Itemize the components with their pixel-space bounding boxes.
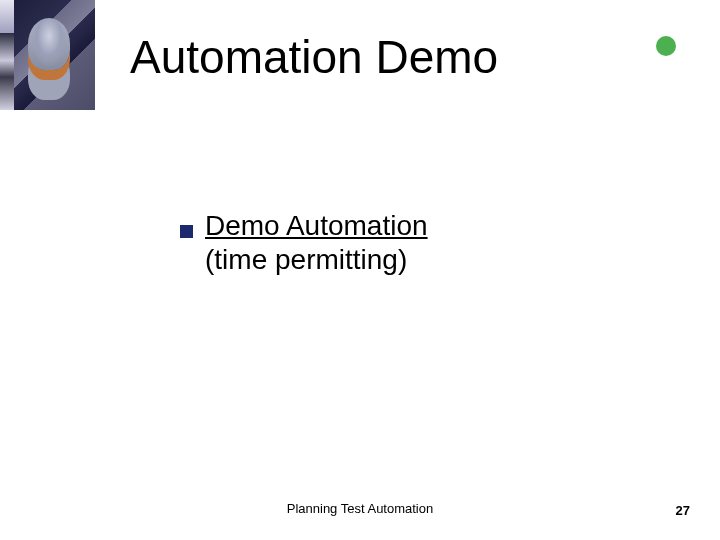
slide-title: Automation Demo	[130, 30, 498, 84]
bullet-subtext: (time permitting)	[205, 244, 428, 276]
page-number: 27	[676, 503, 690, 518]
footer-title: Planning Test Automation	[0, 501, 720, 516]
slide-thumbnail-image	[0, 0, 95, 110]
bullet-list: Demo Automation (time permitting)	[180, 210, 428, 276]
decorative-dot-icon	[656, 36, 676, 56]
bullet-item: Demo Automation	[180, 210, 428, 242]
demo-automation-link[interactable]: Demo Automation	[205, 210, 428, 242]
square-bullet-icon	[180, 225, 193, 238]
